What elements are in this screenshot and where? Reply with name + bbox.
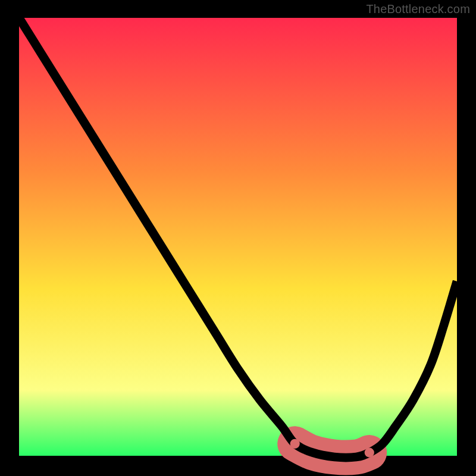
highlight-dot-left [290, 439, 300, 449]
curve-svg [19, 18, 457, 457]
highlight-dot-right [365, 448, 374, 458]
bottleneck-curve-line [19, 18, 457, 458]
plot-area [19, 18, 457, 457]
chart-frame: TheBottleneck.com [0, 0, 476, 476]
watermark-text: TheBottleneck.com [366, 2, 470, 16]
